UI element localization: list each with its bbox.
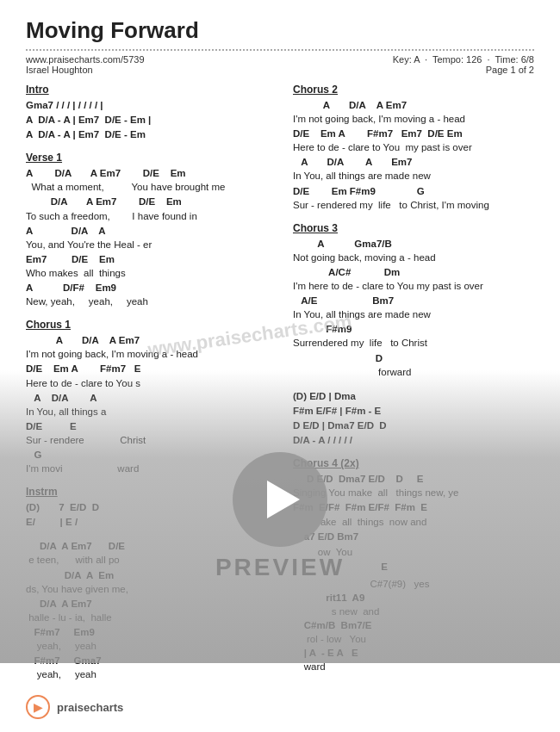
section-chorus2: Chorus 2 A D/A A Em7 I'm not going back,… (293, 84, 534, 212)
url-artist: www.praisecharts.com/5739 Israel Houghto… (26, 54, 145, 75)
verse1-line-3: A D/A A You, and You're the Heal - er (26, 224, 276, 251)
time-sig: Time: 6/8 (495, 54, 534, 65)
chorus2-line-2: D/E Em A F#m7 Em7 D/E Em Here to de - cl… (293, 127, 534, 154)
play-icon (267, 481, 300, 518)
page: Moving Forward www.praisecharts.com/5739… (0, 0, 560, 732)
verse1-line-4: Em7 D/E Em Who makes all things (26, 252, 276, 280)
footer-logo: ▶ (26, 695, 50, 719)
key-tempo-time: Key: A · Tempo: 126 · Time: 6/8 Page 1 o… (393, 54, 534, 75)
tempo: Tempo: 126 (432, 54, 482, 65)
footer: ▶ praisecharts (26, 695, 123, 719)
preview-overlay: PREVIEW (0, 370, 560, 663)
url: www.praisecharts.com/5739 (26, 54, 145, 65)
divider (26, 49, 534, 51)
section-intro: Intro Gma7 / / / | / / / / | A D/A - A |… (26, 84, 276, 141)
preview-play-button[interactable] (233, 452, 327, 547)
verse1-line-2: D/A A Em7 D/E Em To such a freedom, I ha… (26, 195, 276, 222)
intro-line-2: A D/A - A | Em7 D/E - Em | (26, 113, 276, 127)
watermark-text: www.praisecharts.com (146, 311, 353, 362)
artist: Israel Houghton (26, 65, 93, 75)
verse1-label: Verse 1 (26, 152, 276, 164)
verse1-line-1: A D/A A Em7 D/E Em What a moment, You ha… (26, 166, 276, 194)
intro-line-1: Gma7 / / / | / / / / | (26, 98, 276, 112)
intro-label: Intro (26, 84, 276, 96)
page-num: Page 1 of 2 (486, 65, 534, 75)
intro-line-3: A D/A - A | Em7 D/E - Em (26, 127, 276, 141)
chorus2-line-4: D/E Em F#m9 G Sur - rendered my life to … (293, 184, 534, 212)
chorus2-line-1: A D/A A Em7 I'm not going back, I'm movi… (293, 98, 534, 126)
meta-row: www.praisecharts.com/5739 Israel Houghto… (26, 54, 534, 75)
footer-brand: praisecharts (57, 701, 123, 714)
key: Key: A (393, 54, 420, 65)
preview-label: PREVIEW (215, 554, 345, 581)
chorus3-label: Chorus 3 (293, 222, 534, 234)
chorus2-label: Chorus 2 (293, 84, 534, 96)
chorus2-line-3: A D/A A Em7 In You, all things are made … (293, 155, 534, 183)
title: Moving Forward (26, 17, 534, 44)
